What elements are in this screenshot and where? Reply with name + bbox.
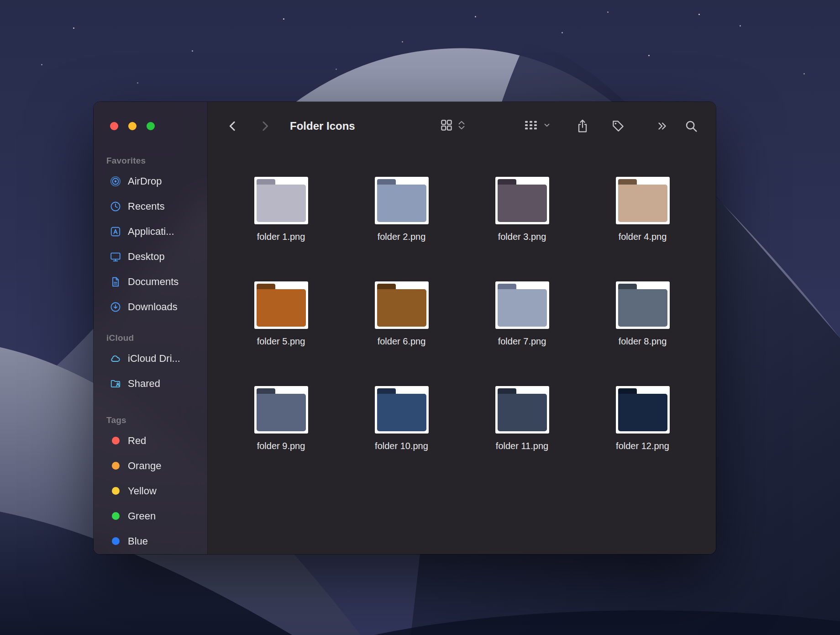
sidebar-tag-blue[interactable]: Blue [94, 529, 207, 554]
document-icon [109, 275, 122, 288]
folder-body [618, 185, 667, 222]
file-thumbnail [495, 177, 549, 224]
folder-body [618, 289, 667, 327]
folder-icon [377, 179, 426, 222]
folder-body [498, 185, 547, 222]
chevron-up-down-icon [457, 119, 466, 133]
more-toolbar-items-button[interactable] [655, 102, 669, 150]
file-name: folder 5.png [257, 336, 305, 347]
folder-icon [498, 388, 547, 431]
sidebar-item-recents[interactable]: Recents [94, 194, 207, 219]
folder-body [257, 394, 306, 431]
airdrop-icon [109, 175, 122, 188]
sidebar-item-label: Applicati... [128, 226, 174, 238]
share-button[interactable] [576, 102, 589, 150]
sidebar-tag-yellow[interactable]: Yellow [94, 478, 207, 503]
chevron-down-icon [543, 121, 551, 131]
folder-icon [257, 179, 306, 222]
folder-icon [257, 284, 306, 327]
sidebar-item-label: Shared [128, 378, 160, 390]
file-thumbnail [616, 177, 670, 224]
window-controls [110, 122, 155, 130]
file-name: folder 2.png [378, 232, 426, 242]
tag-dot-green [112, 512, 120, 520]
file-name: folder 7.png [498, 336, 546, 347]
folder-body [377, 394, 426, 431]
view-control[interactable] [440, 102, 466, 150]
folder-icon [257, 388, 306, 431]
folder-body [618, 394, 667, 431]
tag-dot-orange [112, 462, 120, 470]
sidebar-section-icloud: iCloud iCloud Dri... [94, 333, 207, 396]
section-header-icloud: iCloud [94, 333, 207, 343]
sidebar-section-favorites: Favorites AirDrop [94, 156, 207, 319]
sidebar-item-desktop[interactable]: Desktop [94, 244, 207, 269]
file-thumbnail [495, 386, 549, 434]
file-thumbnail [375, 177, 429, 224]
sidebar-item-downloads[interactable]: Downloads [94, 294, 207, 319]
folder-icon [618, 388, 667, 431]
file-folder-7[interactable]: folder 7.png [462, 281, 583, 347]
file-name: folder 11.png [496, 441, 548, 451]
sidebar-tag-red[interactable]: Red [94, 428, 207, 453]
folder-icon [618, 284, 667, 327]
sidebar-item-shared[interactable]: Shared [94, 371, 207, 396]
sidebar-item-airdrop[interactable]: AirDrop [94, 169, 207, 194]
file-folder-3[interactable]: folder 3.png [462, 177, 583, 242]
file-folder-4[interactable]: folder 4.png [583, 177, 703, 242]
file-thumbnail [254, 386, 308, 434]
tag-button[interactable] [611, 102, 625, 150]
icon-view-grid-icon [440, 118, 453, 134]
folder-body [377, 289, 426, 327]
sidebar-item-label: Recents [128, 201, 165, 212]
file-name: folder 10.png [375, 441, 428, 451]
file-folder-2[interactable]: folder 2.png [341, 177, 462, 242]
clock-icon [109, 200, 122, 213]
tag-label: Yellow [128, 485, 157, 497]
file-folder-9[interactable]: folder 9.png [221, 386, 341, 451]
folder-body [257, 289, 306, 327]
main-content: Folder Icons [208, 102, 716, 554]
search-button[interactable] [684, 102, 698, 150]
file-folder-1[interactable]: folder 1.png [221, 177, 341, 242]
tag-label: Orange [128, 460, 161, 472]
file-thumbnail [616, 386, 670, 434]
back-button[interactable] [226, 102, 240, 150]
file-name: folder 9.png [257, 441, 305, 451]
file-folder-5[interactable]: folder 5.png [221, 281, 341, 347]
toolbar: Folder Icons [208, 102, 716, 150]
folder-body [498, 289, 547, 327]
tag-dot-yellow [112, 487, 120, 495]
folder-body [257, 185, 306, 222]
close-button[interactable] [110, 122, 118, 130]
file-name: folder 3.png [498, 232, 546, 242]
forward-button[interactable] [258, 102, 272, 150]
file-folder-8[interactable]: folder 8.png [583, 281, 703, 347]
finder-window: Favorites AirDrop [94, 102, 716, 554]
sidebar-item-label: iCloud Dri... [128, 353, 180, 365]
sidebar-tag-green[interactable]: Green [94, 503, 207, 529]
file-thumbnail [375, 281, 429, 329]
file-folder-12[interactable]: folder 12.png [583, 386, 703, 451]
sidebar-tag-orange[interactable]: Orange [94, 453, 207, 478]
download-icon [109, 301, 122, 313]
window-title: Folder Icons [290, 102, 355, 150]
stars [0, 0, 1, 1]
file-thumbnail [254, 281, 308, 329]
group-by-icon [524, 119, 538, 133]
group-by-control[interactable] [524, 102, 551, 150]
file-name: folder 4.png [619, 232, 667, 242]
minimize-button[interactable] [128, 122, 136, 130]
sidebar-item-applications[interactable]: Applicati... [94, 219, 207, 244]
file-folder-11[interactable]: folder 11.png [462, 386, 583, 451]
file-thumbnail [616, 281, 670, 329]
folder-icon [377, 388, 426, 431]
shared-folder-icon [109, 377, 122, 390]
sidebar-item-documents[interactable]: Documents [94, 269, 207, 294]
zoom-button[interactable] [147, 122, 155, 130]
file-name: folder 1.png [257, 232, 305, 242]
file-folder-10[interactable]: folder 10.png [341, 386, 462, 451]
desktop-icon [109, 250, 122, 263]
sidebar-item-icloud-drive[interactable]: iCloud Dri... [94, 346, 207, 371]
file-folder-6[interactable]: folder 6.png [341, 281, 462, 347]
